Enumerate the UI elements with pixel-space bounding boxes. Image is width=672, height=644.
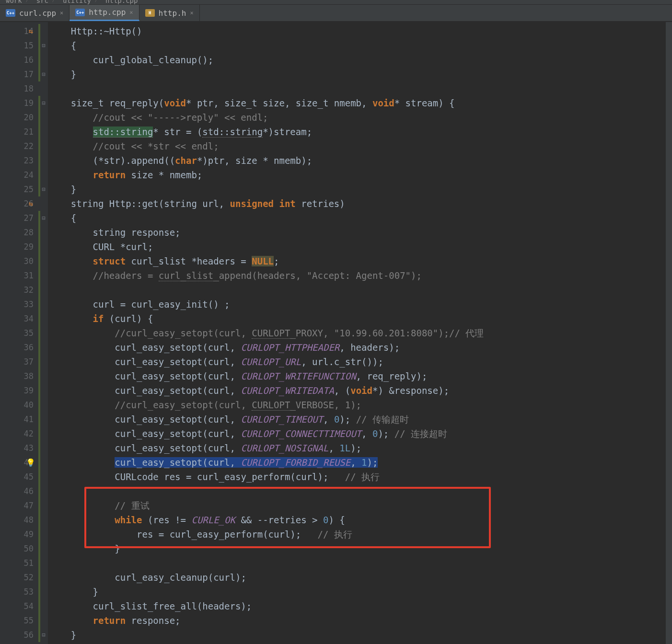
line-number[interactable]: 54 bbox=[0, 599, 34, 613]
code-line: //cout << "----->reply" << endl; bbox=[48, 110, 665, 125]
close-icon[interactable]: × bbox=[190, 10, 193, 16]
code-line: return response; bbox=[48, 613, 665, 628]
tab-label: http.cpp bbox=[89, 8, 126, 17]
code-line: string response; bbox=[48, 225, 665, 240]
code-line: curl_easy_setopt(curl, CURLOPT_NOSIGNAL,… bbox=[48, 441, 665, 455]
code-line: } bbox=[48, 628, 665, 642]
code-line: } bbox=[48, 67, 665, 81]
line-number[interactable]: 50 bbox=[0, 541, 34, 556]
chevron-right-icon: 〉 bbox=[94, 0, 103, 4]
tab-curl-cpp[interactable]: C++ curl.cpp × bbox=[0, 5, 70, 21]
override-marker-icon[interactable]: ⇆ bbox=[28, 27, 33, 35]
tab-http-cpp[interactable]: C++ http.cpp × bbox=[70, 5, 139, 21]
code-line: std::string* str = (std::string*)stream; bbox=[48, 125, 665, 139]
line-number[interactable]: 51 bbox=[0, 556, 34, 570]
code-area[interactable]: Http::~Http() { curl_global_cleanup(); }… bbox=[48, 22, 665, 644]
code-line: return size * nmemb; bbox=[48, 168, 665, 182]
code-line: curl_easy_setopt(curl, CURLOPT_CONNECTTI… bbox=[48, 426, 665, 441]
line-number[interactable]: 45 bbox=[0, 470, 34, 484]
breadcrumb-item[interactable]: src bbox=[34, 0, 51, 4]
fold-toggle-icon[interactable]: ⊟ bbox=[40, 628, 47, 642]
code-line: { bbox=[48, 211, 665, 225]
fold-toggle-icon[interactable]: ⊟ bbox=[40, 38, 47, 53]
line-number[interactable]: 46 bbox=[0, 484, 34, 498]
chevron-right-icon: 〉 bbox=[51, 0, 60, 4]
code-line: struct curl_slist *headers = NULL; bbox=[48, 254, 665, 268]
gutter-markers: ⇆ ⇆ 💡 bbox=[26, 24, 35, 470]
editor-tab-bar: C++ curl.cpp × C++ http.cpp × H http.h × bbox=[0, 5, 672, 22]
code-line: CURLcode res = curl_easy_perform(curl); … bbox=[48, 470, 665, 484]
code-line: } bbox=[48, 541, 665, 556]
code-line: //curl_easy_setopt(curl, CURLOPT_VERBOSE… bbox=[48, 398, 665, 412]
breadcrumb: work 〉 src 〉 utility 〉 http.cpp bbox=[0, 0, 672, 5]
breadcrumb-item[interactable]: work bbox=[3, 0, 25, 4]
code-line: //cout << *str << endl; bbox=[48, 139, 665, 153]
code-line: curl_easy_setopt(curl, CURLOPT_TIMEOUT, … bbox=[48, 412, 665, 426]
h-file-icon: H bbox=[145, 9, 155, 17]
cpp-file-icon: C++ bbox=[6, 9, 15, 17]
code-line bbox=[48, 556, 665, 570]
line-number[interactable]: 56 bbox=[0, 628, 34, 642]
cpp-file-icon: C++ bbox=[75, 9, 85, 16]
code-line: res = curl_easy_perform(curl); // 执行 bbox=[48, 527, 665, 541]
fold-toggle-icon[interactable]: ⊟ bbox=[40, 96, 47, 110]
code-line: if (curl) { bbox=[48, 311, 665, 326]
line-number[interactable]: 49 bbox=[0, 527, 34, 541]
fold-column: ⊟ ⊟ ⊟ ⊟ ⊟ ⊟ bbox=[40, 24, 47, 642]
code-line: string Http::get(string url, unsigned in… bbox=[48, 196, 665, 211]
fold-toggle-icon[interactable]: ⊟ bbox=[40, 67, 47, 81]
code-line bbox=[48, 283, 665, 297]
code-line: curl_easy_setopt(curl, CURLOPT_WRITEDATA… bbox=[48, 383, 665, 398]
chevron-right-icon: 〉 bbox=[25, 0, 34, 4]
code-line: } bbox=[48, 585, 665, 599]
line-number[interactable]: 55 bbox=[0, 613, 34, 628]
vertical-scrollbar[interactable] bbox=[665, 22, 672, 644]
code-line: size_t req_reply(void* ptr, size_t size,… bbox=[48, 96, 665, 110]
code-editor: 1415161718192021222324252627282930313233… bbox=[0, 22, 672, 644]
code-line: } bbox=[48, 182, 665, 196]
code-line: curl_easy_setopt(curl, CURLOPT_HTTPHEADE… bbox=[48, 340, 665, 355]
tab-http-h[interactable]: H http.h × bbox=[139, 5, 200, 21]
gutter: 1415161718192021222324252627282930313233… bbox=[0, 22, 48, 644]
line-number[interactable]: 48 bbox=[0, 513, 34, 527]
close-icon[interactable]: × bbox=[60, 10, 63, 16]
tab-label: curl.cpp bbox=[19, 9, 56, 18]
code-line: // 重试 bbox=[48, 498, 665, 513]
override-marker-icon[interactable]: ⇆ bbox=[28, 199, 33, 208]
code-line: CURL *curl; bbox=[48, 240, 665, 254]
code-line: (*str).append((char*)ptr, size * nmemb); bbox=[48, 153, 665, 168]
code-line: curl = curl_easy_init() ; bbox=[48, 297, 665, 311]
code-line: while (res != CURLE_OK && --retries > 0)… bbox=[48, 513, 665, 527]
code-line: curl_global_cleanup(); bbox=[48, 53, 665, 67]
code-line: curl_easy_cleanup(curl); bbox=[48, 570, 665, 585]
fold-toggle-icon[interactable]: ⊟ bbox=[40, 211, 47, 225]
line-number[interactable]: 52 bbox=[0, 570, 34, 585]
tab-label: http.h bbox=[159, 9, 186, 18]
code-line: curl_slist_free_all(headers); bbox=[48, 599, 665, 613]
code-line bbox=[48, 81, 665, 96]
code-line: curl_easy_setopt(curl, CURLOPT_WRITEFUNC… bbox=[48, 369, 665, 383]
code-line: Http::~Http() bbox=[48, 24, 665, 38]
intention-bulb-icon[interactable]: 💡 bbox=[26, 458, 35, 467]
line-number[interactable]: 47 bbox=[0, 498, 34, 513]
line-number[interactable]: 53 bbox=[0, 585, 34, 599]
breadcrumb-item[interactable]: http.cpp bbox=[103, 0, 140, 4]
code-line bbox=[48, 484, 665, 498]
close-icon[interactable]: × bbox=[129, 9, 133, 16]
code-line: { bbox=[48, 38, 665, 53]
code-line: curl_easy_setopt(curl, CURLOPT_FORBID_RE… bbox=[48, 455, 665, 470]
code-line: //curl_easy_setopt(curl, CURLOPT_PROXY, … bbox=[48, 326, 665, 340]
code-line: curl_easy_setopt(curl, CURLOPT_URL, url.… bbox=[48, 355, 665, 369]
fold-toggle-icon[interactable]: ⊟ bbox=[40, 182, 47, 196]
code-line: //headers = curl_slist_append(headers, "… bbox=[48, 268, 665, 283]
breadcrumb-item[interactable]: utility bbox=[60, 0, 94, 4]
